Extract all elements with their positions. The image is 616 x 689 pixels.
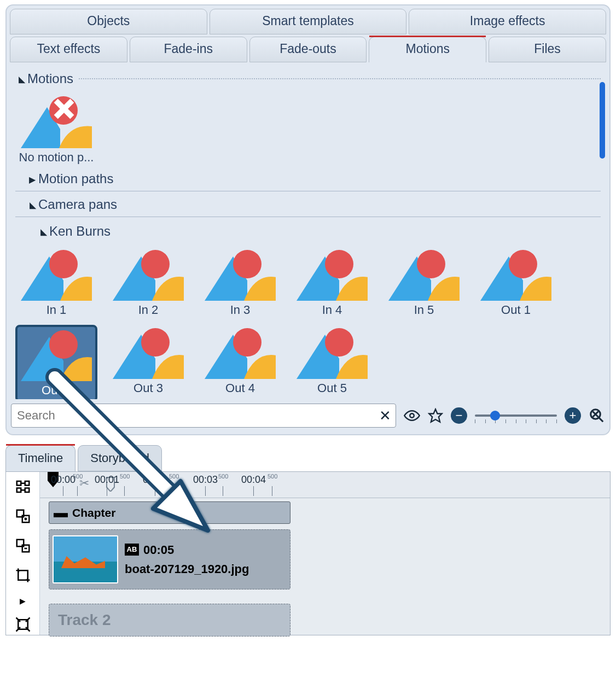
tab-timeline[interactable]: Timeline: [5, 445, 75, 471]
tool-remove-icon[interactable]: [15, 538, 31, 556]
svg-marker-25: [429, 409, 441, 422]
motion-icon: [388, 249, 460, 301]
thumb-out-3[interactable]: Out 3: [107, 325, 189, 399]
twisty-down-icon: [26, 198, 38, 211]
svg-point-5: [49, 250, 78, 278]
chapter-label: Chapter: [72, 506, 115, 519]
effects-panel: Objects Smart templates Image effects Te…: [5, 4, 611, 435]
section-motion-paths[interactable]: Motion paths: [15, 169, 601, 191]
tool-crop-icon[interactable]: [15, 567, 31, 586]
ruler-tick-minor: 500: [73, 473, 83, 480]
thumb-label: Out 2: [20, 383, 93, 398]
thumb-out-5[interactable]: Out 5: [291, 325, 373, 399]
thumb-label: Out 5: [292, 381, 372, 395]
time-ruler[interactable]: ✂ 00:0050000:0150000:0250000:0350000:045…: [40, 472, 610, 498]
clip-filename: boat-207129_1920.jpg: [125, 559, 249, 579]
ruler-tick-major: 00:02: [143, 474, 167, 486]
thumb-no-motion[interactable]: No motion p...: [15, 94, 97, 166]
section-label: Motion paths: [38, 171, 113, 186]
svg-rect-34: [25, 488, 29, 493]
zoom-reset-icon[interactable]: [589, 407, 605, 424]
tab-smart-templates[interactable]: Smart templates: [210, 9, 407, 34]
clip-thumbnail: [53, 535, 118, 583]
svg-point-13: [417, 250, 445, 278]
motion-icon: [297, 327, 368, 379]
clip-duration: 00:05: [143, 540, 174, 559]
thumb-out-1[interactable]: Out 1: [475, 247, 557, 318]
tool-split-icon[interactable]: [15, 478, 31, 497]
motion-icon: [21, 329, 92, 381]
thumb-in-5[interactable]: In 5: [383, 247, 465, 318]
search-box: ✕: [11, 404, 396, 428]
section-ken-burns[interactable]: Ken Burns: [15, 221, 601, 241]
section-motions[interactable]: Motions: [15, 69, 601, 89]
svg-point-19: [141, 328, 170, 357]
thumb-label: In 4: [292, 303, 372, 317]
thumb-label: Out 1: [476, 303, 556, 317]
thumb-label: Out 3: [108, 381, 188, 395]
tab-motions[interactable]: Motions: [369, 37, 486, 62]
svg-point-15: [509, 250, 537, 278]
twisty-down-icon: [37, 225, 49, 238]
section-camera-pans[interactable]: Camera pans: [15, 195, 601, 217]
motion-icon: [113, 249, 184, 301]
ruler-tick-major: 00:03: [193, 474, 218, 486]
tab-image-effects[interactable]: Image effects: [409, 9, 606, 34]
thumb-label: No motion p...: [16, 150, 96, 165]
thumb-in-1[interactable]: In 1: [15, 247, 97, 318]
search-input[interactable]: [16, 408, 379, 423]
svg-rect-30: [16, 481, 21, 486]
thumb-label: In 3: [200, 303, 280, 317]
thumb-out-2[interactable]: Out 2: [15, 325, 97, 399]
zoom-in-button[interactable]: +: [565, 407, 581, 424]
tab-fade-ins[interactable]: Fade-ins: [130, 37, 247, 62]
motion-icon: [205, 327, 276, 379]
tab-text-effects[interactable]: Text effects: [10, 37, 127, 62]
tool-fit-icon[interactable]: [15, 616, 31, 635]
thumb-out-4[interactable]: Out 4: [199, 325, 281, 399]
svg-line-27: [599, 418, 603, 422]
thumb-in-3[interactable]: In 3: [199, 247, 281, 318]
ab-badge-icon: AB: [125, 544, 139, 556]
lower-tab-row: Timeline Storyboard: [5, 445, 611, 471]
tab-fade-outs[interactable]: Fade-outs: [249, 37, 367, 62]
tool-add-icon[interactable]: [15, 508, 31, 527]
minus-icon: ▬: [54, 504, 68, 521]
svg-point-7: [141, 250, 170, 278]
zoom-out-button[interactable]: −: [451, 407, 467, 424]
ruler-tick-minor: 500: [169, 473, 179, 480]
star-icon[interactable]: [428, 408, 443, 423]
thumb-label: In 2: [108, 303, 188, 317]
tab-files[interactable]: Files: [489, 37, 606, 62]
motion-icon: [297, 249, 368, 301]
vertical-scrollbar[interactable]: [598, 71, 605, 394]
svg-rect-43: [18, 570, 28, 580]
zoom-slider[interactable]: [475, 407, 557, 424]
tool-play-small-icon[interactable]: ▶: [20, 597, 26, 605]
eye-icon[interactable]: [404, 407, 420, 424]
ken-burns-grid: In 1 In 2 In 3 In 4 In 5 Out 1 Out 2 Out…: [15, 241, 601, 399]
thumb-in-4[interactable]: In 4: [291, 247, 373, 318]
clip-block[interactable]: AB 00:05 boat-207129_1920.jpg: [49, 529, 290, 589]
chapter-header[interactable]: ▬ Chapter: [49, 501, 290, 524]
track-2-placeholder[interactable]: Track 2: [49, 604, 290, 637]
tab-objects[interactable]: Objects: [10, 9, 207, 34]
thumb-label: Out 4: [200, 381, 280, 395]
browser-toolbar: ✕ − +: [11, 404, 605, 428]
track-2-label: Track 2: [58, 611, 111, 629]
thumb-in-2[interactable]: In 2: [107, 247, 189, 318]
svg-rect-31: [25, 481, 29, 486]
tab-row-2: Text effects Fade-ins Fade-outs Motions …: [10, 37, 606, 62]
svg-point-9: [233, 250, 261, 278]
ruler-tick-minor: 500: [218, 473, 228, 480]
motion-icon: [113, 327, 184, 379]
tab-storyboard[interactable]: Storyboard: [78, 445, 162, 471]
svg-point-24: [410, 413, 414, 418]
clip-info: AB 00:05 boat-207129_1920.jpg: [125, 540, 249, 579]
ruler-tick-minor: 500: [120, 473, 130, 480]
tab-row-1: Objects Smart templates Image effects: [10, 9, 606, 34]
motion-icon: [205, 249, 276, 301]
motion-icon: [480, 249, 551, 301]
thumb-label: In 5: [384, 303, 464, 317]
clear-search-icon[interactable]: ✕: [379, 407, 391, 424]
